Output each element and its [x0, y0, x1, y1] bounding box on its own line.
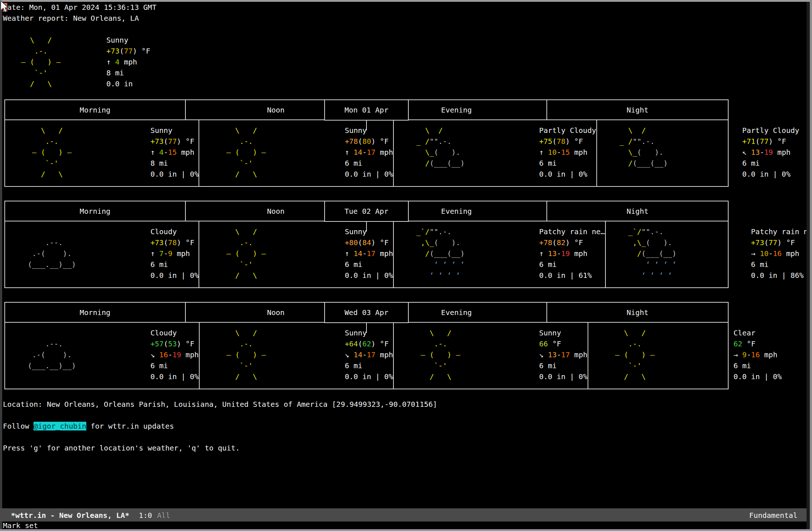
- mode-line[interactable]: *wttr.in - New Orleans, LA* 1:0 All Fund…: [0, 508, 812, 522]
- date-box-connector: [366, 323, 367, 333]
- follow-handle-link[interactable]: @igor_chubin: [34, 422, 86, 430]
- weather-cell-info: Partly Cloudy+71(77) °F↖ 13-19 mph6 mi0.…: [742, 125, 800, 180]
- weather-icon-art: \ / .-. ― ( ) ― `-' / \: [200, 327, 345, 382]
- window-border-top: [0, 0, 812, 2]
- follow-prefix: Follow: [3, 422, 34, 430]
- location-line: Location: New Orleans, Orleans Parish, L…: [3, 399, 804, 410]
- period-header: Night: [547, 201, 728, 221]
- period-header: Morning: [5, 201, 186, 221]
- weather-icon-art: \ / .-. ― ( ) ― `-' / \: [5, 125, 150, 180]
- day-section: Mon 01 AprMorningNoonEveningNight \ / .-…: [4, 99, 729, 187]
- weather-icon-art: \ / .-. ― ( ) ― `-' / \: [199, 226, 345, 281]
- emacs-window: Date: Mon, 01 Apr 2024 15:36:13 GMT Weat…: [0, 0, 812, 531]
- weather-icon-art: \ / .-. ― ( ) ― `-' / \: [588, 327, 734, 382]
- follow-suffix: for wttr.in updates: [86, 422, 174, 430]
- day-date-label: Wed 03 Apr: [345, 307, 388, 318]
- current-weather-icon: \ / .-. ― ( ) ― `-' / \: [3, 35, 106, 89]
- day-date-label: Mon 01 Apr: [345, 105, 388, 115]
- period-header: Morning: [5, 303, 186, 322]
- buffer-text-area[interactable]: Date: Mon, 01 Apr 2024 15:36:13 GMT Weat…: [3, 2, 804, 507]
- date-line-text: ate: Mon, 01 Apr 2024 15:36:13 GMT: [7, 3, 156, 12]
- period-header: Night: [547, 303, 728, 322]
- weather-cell: \ / .-. ― ( ) ― `-' / \Sunny+73(77) °F↑ …: [5, 120, 199, 186]
- weather-icon-art: _`/"".-. ,\_( ). /(___(__) ‘ ‘ ‘ ‘ ‘ ‘ ‘…: [394, 226, 539, 281]
- day-date-box: Mon 01 Apr: [324, 99, 409, 121]
- weather-cell: \ / .-. ― ( ) ― `-' / \Sunny+64(62) °F↘ …: [200, 323, 394, 389]
- modeline-buffer-name: *wttr.in - New Orleans, LA*: [11, 510, 129, 521]
- weather-cell: _`/"".-. ,\_( ). /(___(__) ‘ ‘ ‘ ‘ ‘ ‘ ‘…: [606, 221, 812, 287]
- weather-cell: .--. .-( ). (___.__)__)Cloudy+57(53) °F↘…: [5, 323, 200, 389]
- weather-cell-info: Sunny+80(84) °F↑ 14-17 mph6 mi0.0 in | 0…: [345, 226, 393, 281]
- date-box-connector: [366, 222, 367, 232]
- weather-cell-info: Patchy rain ne…+73(77) °F→ 10-16 mph6 mi…: [751, 226, 812, 281]
- day-date-box: Wed 03 Apr: [324, 302, 409, 323]
- weather-cell-info: Sunny+78(80) °F↑ 14-17 mph6 mi0.0 in | 0…: [345, 125, 393, 180]
- weather-cell-info: Patchy rain ne…+78(82) °F↑ 13-19 mph6 mi…: [539, 226, 605, 281]
- current-weather-info: Sunny+73(77) °F↑ 4 mph8 mi0.0 in: [106, 35, 150, 89]
- modeline-major-mode: Fundamental: [749, 510, 797, 521]
- day-date-box: Tue 02 Apr: [324, 201, 409, 222]
- mouse-pointer-icon: [0, 0, 10, 13]
- weather-cell-info: Cloudy+57(53) °F↘ 16-19 mph6 mi0.0 in | …: [150, 327, 199, 382]
- weather-cell: \ / _ /"".-. \_( ). /(___(__)Partly Clou…: [597, 120, 800, 186]
- weather-cell-info: Sunny+64(62) °F↘ 14-17 mph6 mi0.0 in | 0…: [345, 327, 393, 382]
- weather-cell: \ / .-. ― ( ) ― `-' / \Sunny66 °F↘ 13-17…: [394, 323, 588, 389]
- weather-icon-art: .--. .-( ). (___.__)__): [5, 226, 150, 281]
- weather-icon-art: \ / _ /"".-. \_( ). /(___(__): [597, 125, 742, 180]
- day-date-label: Tue 02 Apr: [345, 206, 388, 217]
- weather-icon-art: \ / _ /"".-. \_( ). /(___(__): [394, 125, 539, 180]
- weather-icon-art: .--. .-( ). (___.__)__): [5, 327, 150, 382]
- weather-icon-art: \ / .-. ― ( ) ― `-' / \: [394, 327, 539, 382]
- follow-line: Follow @igor_chubin for wttr.in updates: [3, 421, 804, 432]
- scrollbar[interactable]: [807, 2, 810, 529]
- weather-cell-info: Cloudy+73(78) °F↑ 7-9 mph6 mi0.0 in | 0%: [150, 226, 199, 281]
- weather-cell-info: Partly Cloudy+75(78) °F↑ 10-15 mph6 mi0.…: [539, 125, 596, 180]
- weather-cell-info: Clear62 °F→ 9-16 mph6 mi0.0 in | 0%: [734, 327, 782, 382]
- weather-cell: \ / .-. ― ( ) ― `-' / \Clear62 °F→ 9-16 …: [588, 323, 782, 389]
- weather-cell: .--. .-( ). (___.__)__)Cloudy+73(78) °F↑…: [5, 221, 199, 287]
- weather-icon-art: _`/"".-. ,\_( ). /(___(__) ‘ ‘ ‘ ‘ ‘ ‘ ‘…: [606, 226, 751, 281]
- weather-cell-info: Sunny+73(77) °F↑ 4-15 mph8 mi0.0 in | 0%: [150, 125, 199, 180]
- left-fringe: [0, 2, 2, 529]
- modeline-position: 1:0: [139, 510, 152, 521]
- echo-area: Mark set: [3, 522, 804, 530]
- weather-icon-art: \ / .-. ― ( ) ― `-' / \: [199, 125, 345, 180]
- weather-cell: _`/"".-. ,\_( ). /(___(__) ‘ ‘ ‘ ‘ ‘ ‘ ‘…: [394, 221, 606, 287]
- forecast-days: Mon 01 AprMorningNoonEveningNight \ / .-…: [3, 99, 804, 389]
- window-border-right: [810, 0, 812, 531]
- period-header: Morning: [5, 100, 186, 119]
- date-line: Date: Mon, 01 Apr 2024 15:36:13 GMT: [3, 2, 804, 13]
- press-keys-line: Press 'g' for another location's weather…: [3, 442, 804, 453]
- weather-report-line: Weather report: New Orleans, LA: [3, 13, 804, 24]
- day-section: Tue 02 AprMorningNoonEveningNight .--. .…: [4, 201, 729, 288]
- current-conditions: \ / .-. ― ( ) ― `-' / \ Sunny+73(77) °F↑…: [3, 35, 804, 89]
- period-header: Night: [547, 100, 728, 119]
- weather-cell: \ / .-. ― ( ) ― `-' / \Sunny+80(84) °F↑ …: [199, 221, 394, 287]
- weather-cell: \ / .-. ― ( ) ― `-' / \Sunny+78(80) °F↑ …: [199, 120, 394, 186]
- date-box-connector: [366, 121, 367, 130]
- day-section: Wed 03 AprMorningNoonEveningNight .--. .…: [4, 302, 729, 389]
- window-border-bottom: [0, 529, 812, 531]
- weather-cell: \ / _ /"".-. \_( ). /(___(__)Partly Clou…: [394, 120, 597, 186]
- weather-cell-info: Sunny66 °F↘ 13-17 mph6 mi0.0 in | 0%: [539, 327, 588, 382]
- modeline-scroll-indicator: All: [157, 510, 170, 521]
